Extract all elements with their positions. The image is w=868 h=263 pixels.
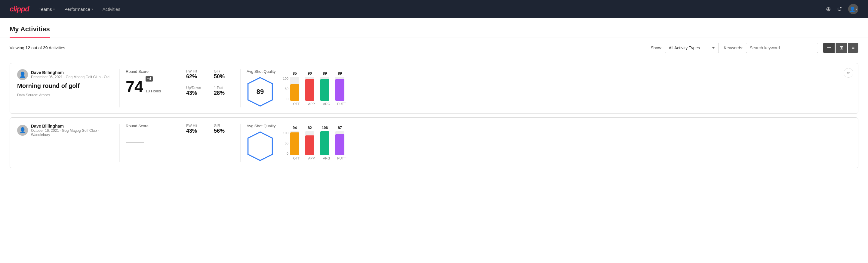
stat-gir-value: 56%: [214, 128, 234, 134]
bar-arg-container: [320, 77, 329, 101]
card-divider: [180, 69, 180, 108]
grid-view-button[interactable]: ⊞: [836, 43, 847, 53]
y-label-100: 100: [283, 77, 288, 80]
card-divider: [180, 124, 180, 162]
chevron-down-icon: ▾: [53, 7, 55, 11]
add-circle-icon[interactable]: ⊕: [826, 5, 831, 12]
user-date: October 16, 2021 · Gog Magog Golf Club -…: [31, 128, 114, 137]
keywords-label: Keywords:: [724, 46, 743, 50]
activity-type-select[interactable]: All Activity Types: [665, 43, 719, 53]
svg-marker-1: [248, 132, 273, 161]
bar-app-container: [305, 77, 314, 101]
card-divider: [119, 69, 120, 108]
stat-gir-label: GIR: [214, 69, 234, 74]
y-label-0: 0: [287, 152, 288, 155]
card-left: 👤 Dave Billingham October 16, 2021 · Gog…: [17, 124, 114, 139]
avg-shot-left: Avg Shot Quality: [247, 124, 276, 162]
user-date: December 05, 2021 · Gog Magog Golf Club …: [31, 75, 110, 79]
round-score-section: Round Score: [126, 124, 174, 143]
bar-chart-wrapper: 100 50 0 85: [283, 71, 346, 106]
stat-gir: GIR 50%: [214, 69, 234, 80]
nav-performance[interactable]: Performance ▾: [64, 4, 93, 14]
bar-arg: 89: [320, 71, 329, 101]
bar-arg-fill: [320, 79, 329, 100]
score-display: 74 +4 18 Holes: [126, 76, 174, 94]
hexagon-wrapper: [247, 130, 274, 162]
y-label-100: 100: [283, 131, 288, 135]
x-label-putt: PUTT: [337, 156, 346, 160]
bar-app: 82: [305, 126, 314, 155]
stat-gir-label: GIR: [214, 124, 234, 128]
stats-section: FW Hit 43% GIR 56%: [186, 124, 234, 138]
bar-ott-fill: [290, 133, 299, 155]
bar-putt-value: 89: [338, 71, 342, 76]
nav-teams[interactable]: Teams ▾: [39, 4, 55, 14]
bar-app-value: 90: [308, 71, 312, 76]
hexagon-score: 89: [256, 88, 264, 96]
keywords-group: Keywords:: [724, 43, 818, 53]
avatar: 👤: [17, 125, 28, 136]
activity-title: Morning round of golf: [17, 83, 114, 89]
bar-chart-wrapper: 100 50 0 94 82: [283, 126, 346, 160]
user-name: Dave Billingham: [31, 124, 114, 128]
avatar: 👤: [17, 69, 28, 80]
account-chevron: ▾: [856, 7, 858, 11]
card-divider: [240, 69, 241, 108]
hexagon-wrapper: 89: [247, 76, 274, 108]
bar-putt-value: 87: [338, 126, 342, 130]
x-label-app: APP: [307, 102, 316, 106]
avatar-placeholder-icon: 👤: [19, 127, 26, 134]
list-view-button[interactable]: ☰: [823, 43, 835, 53]
bar-chart: 85 90: [290, 71, 344, 101]
user-name: Dave Billingham: [31, 70, 110, 75]
bar-app: 90: [305, 71, 314, 101]
viewing-number: 12: [26, 46, 30, 50]
edit-button[interactable]: ✏: [844, 68, 853, 78]
x-label-ott: OTT: [292, 102, 301, 106]
x-label-ott: OTT: [292, 156, 301, 160]
stat-fw-hit: FW Hit 62%: [186, 69, 207, 80]
activities-list: ✏ 👤 Dave Billingham December 05, 2021 · …: [0, 58, 868, 173]
y-label-50: 50: [285, 141, 288, 145]
bar-x-labels: OTT APP ARG PUTT: [292, 102, 346, 106]
bar-ott-value: 94: [292, 126, 297, 130]
user-account-icon[interactable]: 👤 ▾: [848, 4, 858, 14]
bar-putt-fill: [335, 79, 344, 100]
bar-app-value: 82: [308, 126, 312, 130]
avg-shot-section: Avg Shot Quality 89 100 50: [247, 69, 851, 108]
card-divider: [119, 124, 120, 162]
navbar: clippd Teams ▾ Performance ▾ Activities …: [0, 0, 868, 18]
x-label-arg: ARG: [322, 102, 331, 106]
bar-ott: 85: [290, 71, 299, 101]
avatar-placeholder-icon: 👤: [19, 71, 26, 78]
refresh-icon[interactable]: ↺: [837, 5, 842, 12]
stat-updown-label: Up/Down: [186, 86, 207, 90]
stat-1putt: 1 Putt 28%: [214, 86, 234, 96]
page-header: My Activities: [0, 18, 868, 38]
y-label-50: 50: [285, 87, 288, 91]
avg-shot-section: Avg Shot Quality 100 50 0: [247, 124, 851, 162]
bar-ott-value: 85: [292, 71, 297, 76]
card-left: 👤 Dave Billingham December 05, 2021 · Go…: [17, 69, 114, 97]
user-details: Dave Billingham December 05, 2021 · Gog …: [31, 70, 110, 79]
bar-app-container: [305, 131, 314, 155]
stat-1putt-label: 1 Putt: [214, 86, 234, 90]
activity-card: ✏ 👤 Dave Billingham December 05, 2021 · …: [10, 63, 858, 114]
bar-putt-container: [335, 77, 344, 101]
x-label-arg: ARG: [322, 156, 331, 160]
bar-arg-value: 106: [322, 126, 328, 130]
data-source: Data Source: Arccos: [17, 93, 114, 97]
score-meta: +4 18 Holes: [146, 76, 161, 94]
stat-updown: Up/Down 43%: [186, 86, 207, 96]
search-input[interactable]: [746, 43, 818, 53]
page-content: My Activities Viewing 12 out of 29 Activ…: [0, 18, 868, 263]
stat-fw-hit: FW Hit 43%: [186, 124, 207, 134]
logo[interactable]: clippd: [10, 5, 29, 13]
round-score-label: Round Score: [126, 124, 174, 128]
stats-section: FW Hit 62% GIR 50% Up/Down 43% 1 Putt 28…: [186, 69, 234, 100]
score-number: 74: [126, 79, 143, 94]
avg-shot-label: Avg Shot Quality: [247, 124, 276, 128]
compact-view-button[interactable]: ≡: [848, 43, 858, 53]
page-title: My Activities: [10, 25, 50, 38]
nav-activities[interactable]: Activities: [102, 4, 120, 14]
